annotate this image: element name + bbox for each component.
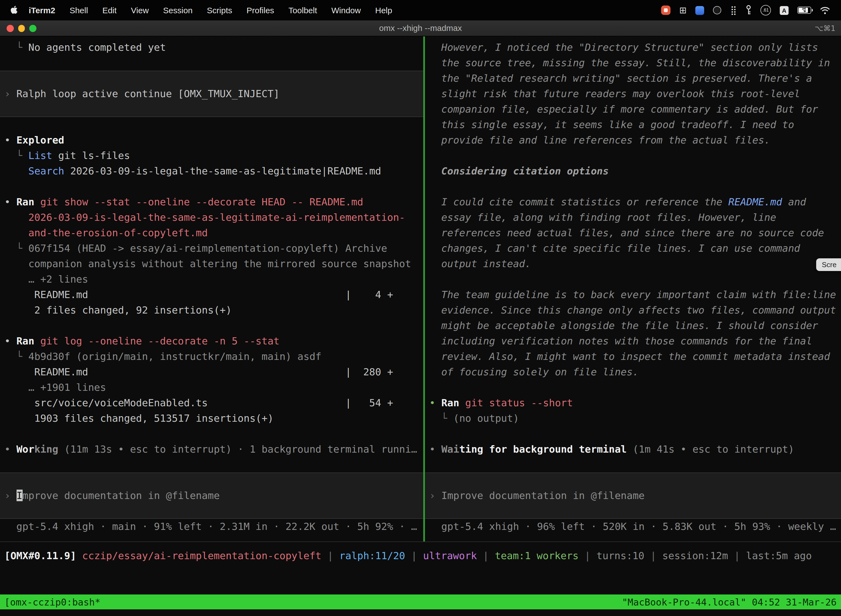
terminal-line: • Explored (0, 132, 423, 148)
terminal-line (425, 179, 841, 194)
dots-grid-icon[interactable]: ⣿ (730, 5, 737, 15)
terminal-line: … +1901 lines (0, 380, 423, 395)
terminal-line: README.md | 4 + (0, 287, 423, 302)
terminal-line: provide file and line references from th… (425, 132, 841, 148)
menu-item-view[interactable]: View (124, 6, 156, 15)
menubar-status-icons: ⊞ ⣿ .61 A ↯ (661, 5, 834, 15)
omx-status-region: [OMX#0.11.9] cczip/essay/ai-reimplementa… (0, 542, 841, 594)
menu-item-session[interactable]: Session (156, 6, 200, 15)
terminal-line: • Working (11m 13s • esc to interrupt) ·… (0, 441, 423, 457)
terminal-line: slight risk that future readers may over… (425, 86, 841, 101)
terminal-line: and-the-erosion-of-copyleft.md (0, 225, 423, 241)
terminal-line (425, 271, 841, 287)
terminal-line (0, 457, 423, 472)
menu-item-scripts[interactable]: Scripts (200, 6, 239, 15)
terminal-line: the "Related research writing" section i… (425, 70, 841, 86)
terminal-line: README.md | 280 + (0, 364, 423, 380)
terminal-line: 2026-03-09-is-legal-the-same-as-legitima… (0, 210, 423, 225)
terminal-line (425, 380, 841, 395)
prompt-input[interactable]: › Improve documentation in @filename (425, 472, 841, 519)
terminal-line: └ 067f154 (HEAD -> essay/ai-reimplementa… (0, 241, 423, 256)
apple-menu-icon[interactable] (10, 5, 18, 15)
terminal-line: • Ran git status --short (425, 395, 841, 411)
terminal-line: └ List git ls-files (0, 148, 423, 163)
terminal-line: including verification notes with those … (425, 333, 841, 349)
battery-percentage-circle-icon[interactable]: .61 (760, 5, 771, 15)
tmux-host-clock-label: "MacBook-Pro-44.local" 04:52 31-Mar-26 (622, 596, 837, 607)
terminal-line: companion analysis without altering the … (0, 256, 423, 271)
menu-item-edit[interactable]: Edit (95, 6, 124, 15)
terminal-line: src/voice/voiceModeEnabled.ts | 54 + (0, 395, 423, 411)
screen-overlay-button[interactable]: Scre (816, 258, 841, 271)
window-grid-icon[interactable]: ⊞ (679, 5, 687, 15)
terminal-line: └ No agents completed yet (0, 40, 423, 55)
terminal-line: • Ran git show --stat --oneline --decora… (0, 194, 423, 210)
omx-status-line: [OMX#0.11.9] cczip/essay/ai-reimplementa… (0, 548, 841, 563)
battery-nub (812, 9, 813, 11)
screen-recording-indicator-icon[interactable] (661, 6, 671, 15)
stop-square-icon (664, 8, 668, 12)
key-icon[interactable] (746, 5, 752, 15)
terminal-line: references need actual files, and since … (425, 225, 841, 241)
battery-icon[interactable]: ↯ (797, 7, 811, 14)
terminal-line: might be acceptable alongside the file l… (425, 318, 841, 333)
menu-item-iterm2[interactable]: iTerm2 (22, 6, 62, 15)
prompt-input[interactable]: › Improve documentation in @filename (0, 472, 423, 519)
terminal-line: └ 4b9d30f (origin/main, instructkr/main,… (0, 349, 423, 364)
ralph-loop-banner[interactable]: › Ralph loop active continue [OMX_TMUX_I… (0, 70, 423, 117)
terminal-line: review. Also, I might want to inspect th… (425, 349, 841, 364)
terminal-line: Considering citation options (425, 163, 841, 179)
terminal-line: changes, I can't cite specific file line… (425, 241, 841, 256)
tmux-status-bar: [omx-cczip0:bash* "MacBook-Pro-44.local"… (0, 594, 841, 609)
terminal-line: I could cite commit statistics or refere… (425, 194, 841, 210)
menu-item-toolbelt[interactable]: Toolbelt (281, 6, 324, 15)
wifi-icon[interactable] (820, 6, 830, 14)
menu-item-window[interactable]: Window (324, 6, 368, 15)
terminal-line: evidence. Since this change only affects… (425, 302, 841, 318)
menu-item-shell[interactable]: Shell (62, 6, 95, 15)
terminal-line: gpt-5.4 xhigh · 96% left · 520K in · 5.8… (425, 519, 841, 534)
terminal-line: … +2 lines (0, 271, 423, 287)
terminal-line: this single essay, it seems like a good … (425, 117, 841, 132)
terminal-line: 1903 files changed, 513517 insertions(+) (0, 411, 423, 426)
terminal-line (425, 457, 841, 472)
terminal-line: gpt-5.4 xhigh · main · 91% left · 2.31M … (0, 519, 423, 534)
terminal-line (0, 117, 423, 132)
input-source-icon[interactable]: A (780, 6, 788, 15)
window-title: omx --xhigh --madmax (0, 21, 841, 36)
terminal-line (0, 55, 423, 70)
terminal-line: • Ran git log --oneline --decorate -n 5 … (0, 333, 423, 349)
menu-item-profiles[interactable]: Profiles (239, 6, 281, 15)
window-title-bar[interactable]: omx --xhigh --madmax ⌥⌘1 (0, 21, 841, 37)
terminal-line (0, 179, 423, 194)
right-pane[interactable]: However, I noticed the "Directory Struct… (425, 37, 841, 541)
terminal-line: the source tree, missing the essay. Stil… (425, 55, 841, 70)
left-pane-content: └ No agents completed yet› Ralph loop ac… (0, 40, 423, 534)
tmux-session-label[interactable]: [omx-cczip0:bash* (4, 596, 100, 607)
terminal-line: output instead. (425, 256, 841, 271)
terminal-line (0, 426, 423, 441)
menu-bar: iTerm2ShellEditViewSessionScriptsProfile… (0, 0, 841, 21)
window-shortcut-badge: ⌥⌘1 (815, 21, 835, 36)
left-pane[interactable]: └ No agents completed yet› Ralph loop ac… (0, 37, 423, 541)
terminal-line (0, 318, 423, 333)
right-pane-content: However, I noticed the "Directory Struct… (425, 40, 841, 534)
dark-circle-app-icon[interactable] (713, 6, 722, 14)
terminal-line: The team guideline is to back every impo… (425, 287, 841, 302)
blue-app-icon[interactable] (696, 6, 705, 15)
terminal-line: └ (no output) (425, 411, 841, 426)
terminal-line: companion file, especially if more comme… (425, 101, 841, 117)
terminal-line: 2 files changed, 92 insertions(+) (0, 302, 423, 318)
terminal-line: of focusing solely on file lines. (425, 364, 841, 380)
terminal-area: └ No agents completed yet› Ralph loop ac… (0, 37, 841, 542)
screen: iTerm2ShellEditViewSessionScriptsProfile… (0, 0, 841, 616)
menu-item-help[interactable]: Help (368, 6, 400, 15)
menu-items: iTerm2ShellEditViewSessionScriptsProfile… (22, 6, 399, 15)
terminal-line: However, I noticed the "Directory Struct… (425, 40, 841, 55)
terminal-line (425, 426, 841, 441)
terminal-line: • Waiting for background terminal (1m 41… (425, 441, 841, 457)
terminal-line (425, 148, 841, 163)
terminal-line: Search 2026-03-09-is-legal-the-same-as-l… (0, 163, 423, 179)
charging-bolt-icon: ↯ (801, 6, 807, 14)
terminal-line: essay file, along with finding root file… (425, 210, 841, 225)
